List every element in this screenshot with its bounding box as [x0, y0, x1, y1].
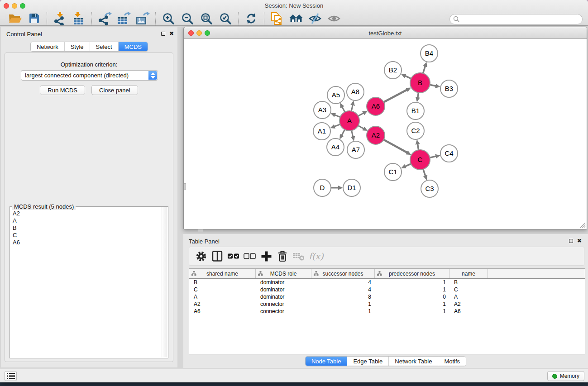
graph-node-C2[interactable]: C2	[407, 122, 424, 139]
tab-motifs[interactable]: Motifs	[438, 357, 466, 366]
result-item[interactable]: A	[13, 217, 162, 224]
hide-eye-slash-icon[interactable]	[306, 11, 324, 26]
column-header-successor-nodes[interactable]: successor nodes	[311, 269, 375, 278]
column-header-MCDS-role[interactable]: MCDS role	[256, 269, 311, 278]
graph-edge-A2-C[interactable]	[384, 140, 407, 152]
deselect-all-checkboxes-icon[interactable]	[242, 248, 258, 264]
run-mcds-button[interactable]: Run MCDS	[40, 85, 85, 95]
export-network-icon[interactable]	[96, 11, 113, 26]
graph-edge-A-A3[interactable]	[335, 115, 340, 117]
export-table-icon[interactable]	[115, 11, 132, 26]
graph-node-A5[interactable]: A5	[327, 86, 344, 104]
new-network-document-icon[interactable]	[268, 11, 286, 26]
graph-edge-A-A1[interactable]	[335, 124, 339, 126]
graph-node-A8[interactable]: A8	[347, 83, 364, 100]
select-all-checkboxes-icon[interactable]	[225, 248, 242, 264]
svg-text:C: C	[418, 156, 423, 163]
memory-button[interactable]: Memory	[547, 371, 584, 381]
graph-node-B3[interactable]: B3	[440, 80, 458, 97]
graph-edge-B-B4[interactable]	[423, 67, 425, 73]
optimization-criterion-select[interactable]: largest connected component (directed)	[21, 70, 158, 81]
graph-node-B1[interactable]: B1	[407, 102, 424, 119]
graph-edge-A-A5[interactable]	[342, 107, 344, 112]
graph-edge-C-C4[interactable]	[430, 156, 435, 157]
network-canvas[interactable]: B4B2BB3A8A5A6A3B1AA1C2A2A4A7C4CC1C3DD1	[184, 39, 587, 229]
graph-node-D[interactable]: D	[314, 179, 331, 196]
result-item[interactable]: C	[13, 232, 162, 239]
graph-node-D1[interactable]: D1	[343, 179, 360, 196]
graph-edge-B-B2[interactable]	[405, 76, 411, 79]
result-item[interactable]: B	[13, 224, 162, 232]
tab-select[interactable]: Select	[90, 42, 119, 51]
graph-node-C[interactable]: C	[410, 150, 430, 170]
show-eye-icon[interactable]	[325, 11, 343, 26]
delete-trash-icon[interactable]	[274, 248, 291, 264]
table-row[interactable]: Adominator80A	[189, 293, 585, 300]
show-all-homes-icon[interactable]	[287, 11, 305, 26]
table-settings-gear-icon[interactable]	[193, 248, 209, 264]
graph-node-C4[interactable]: C4	[440, 145, 458, 162]
graph-node-A6[interactable]: A6	[367, 97, 385, 115]
tab-node-table[interactable]: Node Table	[306, 357, 348, 366]
graph-edge-A-A7[interactable]	[352, 131, 353, 136]
result-item[interactable]: A2	[13, 210, 162, 217]
table-row[interactable]: A2connector11A2	[189, 300, 585, 308]
zoom-selected-icon[interactable]	[217, 11, 234, 26]
network-left-scroll-nub[interactable]	[184, 183, 186, 190]
close-panel-button[interactable]: Close panel	[91, 85, 138, 95]
window-resize-grip[interactable]	[580, 222, 586, 228]
tab-network[interactable]: Network	[31, 42, 65, 51]
column-visibility-icon[interactable]	[209, 248, 225, 264]
graph-edge-C-C3[interactable]	[423, 170, 425, 176]
graph-node-A3[interactable]: A3	[314, 101, 331, 119]
graph-edge-A-A6[interactable]	[359, 113, 363, 116]
table-row[interactable]: A6connector11A6	[189, 308, 585, 315]
result-scrollbar[interactable]	[162, 207, 167, 357]
float-table-panel-icon[interactable]	[569, 239, 573, 243]
float-panel-icon[interactable]	[161, 32, 165, 36]
table-row[interactable]: Bdominator41B	[189, 279, 585, 286]
table-row[interactable]: Cdominator41C	[189, 286, 585, 293]
graph-edge-A-A4[interactable]	[342, 130, 344, 135]
zoom-fit-icon[interactable]	[198, 11, 215, 26]
result-item[interactable]: A6	[13, 239, 162, 246]
graph-edge-A6-B[interactable]	[384, 90, 407, 102]
graph-node-C1[interactable]: C1	[384, 163, 402, 181]
save-session-icon[interactable]	[25, 11, 43, 26]
graph-edge-A-A2[interactable]	[359, 126, 363, 129]
import-table-icon[interactable]	[70, 11, 87, 26]
search-input[interactable]	[449, 14, 583, 24]
add-column-plus-icon[interactable]	[258, 248, 274, 264]
graph-node-A1[interactable]: A1	[313, 123, 330, 140]
task-history-list-button[interactable]	[5, 371, 17, 381]
close-panel-icon[interactable]: ✖	[169, 31, 174, 36]
tab-style[interactable]: Style	[65, 42, 90, 51]
graph-edge-A-A8[interactable]	[352, 105, 353, 110]
close-table-panel-icon[interactable]: ✖	[577, 238, 582, 243]
column-header-shared-name[interactable]: shared name	[189, 269, 256, 278]
graph-edge-C-C2[interactable]	[418, 144, 419, 150]
graph-node-B4[interactable]: B4	[421, 45, 438, 62]
open-session-icon[interactable]	[6, 11, 24, 26]
export-image-icon[interactable]	[134, 11, 151, 26]
zoom-out-icon[interactable]	[179, 11, 196, 26]
graph-edge-C-C1[interactable]	[405, 164, 411, 166]
graph-node-B[interactable]: B	[410, 73, 430, 93]
import-network-icon[interactable]	[51, 11, 68, 26]
graph-node-A2[interactable]: A2	[367, 126, 385, 144]
graph-node-A[interactable]: A	[339, 111, 359, 131]
divider-handle[interactable]	[198, 229, 203, 232]
graph-node-A7[interactable]: A7	[347, 141, 364, 158]
graph-edge-B-B3[interactable]	[430, 85, 436, 86]
graph-node-A4[interactable]: A4	[327, 138, 344, 156]
tab-mcds[interactable]: MCDS	[119, 42, 148, 51]
graph-node-B2[interactable]: B2	[384, 62, 402, 79]
column-header-predecessor-nodes[interactable]: predecessor nodes	[375, 269, 449, 278]
column-header-name[interactable]: name	[449, 269, 488, 278]
tab-edge-table[interactable]: Edge Table	[347, 357, 389, 366]
tab-network-table[interactable]: Network Table	[389, 357, 438, 366]
graph-node-C3[interactable]: C3	[421, 180, 438, 197]
zoom-in-icon[interactable]	[160, 11, 177, 26]
graph-edge-B-B1[interactable]	[418, 93, 419, 98]
refresh-icon[interactable]	[243, 11, 260, 26]
